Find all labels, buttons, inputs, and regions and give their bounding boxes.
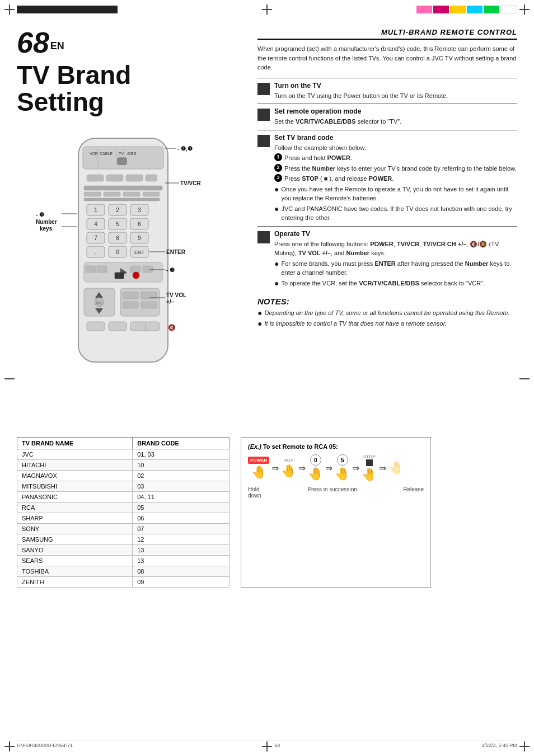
notes-section: NOTES: ● Depending on the type of TV, so…	[257, 297, 517, 328]
instruction-body-4: Press one of the following buttons: POWE…	[274, 240, 517, 288]
table-header-brand: TV BRAND NAME	[17, 437, 133, 449]
brand-table: TV BRAND NAME BRAND CODE JVC01, 03HITACH…	[17, 437, 229, 588]
crosshair-tl	[4, 4, 15, 15]
svg-rect-19	[84, 198, 160, 201]
svg-text:CABLE: CABLE	[100, 152, 113, 156]
stop-label: STOP	[363, 454, 376, 459]
power-button-label: POWER	[248, 457, 269, 464]
svg-rect-59	[123, 292, 138, 299]
svg-text:TV VOL: TV VOL	[166, 292, 186, 298]
page-header: 68EN	[17, 28, 241, 57]
step-num-2: 2	[274, 164, 282, 172]
example-title: (Ex.) To set Remote to RCA 05:	[248, 443, 424, 450]
table-row: TOSHIBA08	[17, 566, 229, 576]
page-en-label: EN	[50, 40, 64, 51]
svg-rect-17	[123, 192, 140, 196]
page-title: TV BrandSetting	[17, 62, 241, 116]
brand-code-cell: 09	[133, 576, 229, 587]
svg-text:/DBS: /DBS	[127, 152, 137, 156]
brand-name-cell: SAMSUNG	[17, 534, 133, 544]
footer: HM-DH40000U-EN64-71 68 1/22/3, 5:45 PM	[17, 740, 517, 748]
crosshair-br	[519, 741, 530, 752]
svg-text:6: 6	[138, 221, 141, 227]
brand-name-cell: JVC	[17, 449, 133, 459]
svg-rect-10	[87, 175, 104, 181]
svg-text:keys: keys	[40, 226, 53, 232]
svg-rect-46	[86, 266, 96, 273]
brand-code-cell: 13	[133, 555, 229, 566]
side-mark-right	[519, 378, 530, 379]
footer-center: 68	[274, 743, 280, 748]
svg-text:VCR: VCR	[90, 152, 98, 156]
section-title: MULTI-BRAND REMOTE CONTROL	[257, 28, 517, 40]
svg-rect-47	[97, 266, 107, 273]
svg-rect-66	[146, 322, 160, 331]
hold-down-label: Holddown	[248, 486, 261, 499]
svg-text:2: 2	[116, 207, 119, 213]
arrow-5: ⇒	[379, 463, 386, 473]
brand-code-cell: 03	[133, 481, 229, 491]
table-row: MAGNAVOX02	[17, 470, 229, 481]
instruction-turn-on-tv: Turn on the TV Turn on the TV using the …	[257, 78, 517, 104]
svg-rect-48	[130, 266, 140, 273]
top-bar-right	[416, 6, 517, 13]
arrow-1: ⇒	[271, 463, 279, 473]
table-row: SAMSUNG12	[17, 534, 229, 544]
remote-diagram: VCR CABLE TV /DBS	[34, 121, 224, 415]
stop-square	[366, 459, 373, 466]
instruction-title-2: Set remote operation mode	[274, 107, 517, 115]
instruction-operate-tv: Operate TV Press one of the following bu…	[257, 226, 517, 292]
notes-body: ● Depending on the type of TV, some or a…	[257, 308, 517, 328]
step-box-3	[257, 135, 270, 147]
instruction-title-3: Set TV brand code	[274, 134, 517, 142]
brand-code-cell: 02	[133, 470, 229, 481]
brand-name-cell: SANYO	[17, 544, 133, 555]
step-num-1: 1	[274, 153, 282, 161]
press-succession-label: Press in succession	[307, 486, 357, 499]
top-bar-left	[17, 6, 118, 13]
table-header-code: BRAND CODE	[133, 437, 229, 449]
brand-name-cell: PANASONIC	[17, 491, 133, 502]
brand-code-cell: 01, 03	[133, 449, 229, 459]
digit-0: 0	[310, 454, 321, 466]
step-box-1	[257, 83, 270, 95]
svg-text:0: 0	[116, 249, 119, 255]
svg-text:3: 3	[138, 207, 141, 213]
table-row: SHARP06	[17, 513, 229, 523]
brand-code-cell: 06	[133, 513, 229, 523]
step-num-3: 3	[274, 174, 282, 182]
svg-rect-62	[141, 302, 157, 308]
svg-text:+/–: +/–	[166, 299, 175, 305]
footer-right: 1/22/3, 5:45 PM	[481, 743, 517, 748]
bottom-section: TV BRAND NAME BRAND CODE JVC01, 03HITACH…	[17, 426, 517, 588]
brand-name-cell: SONY	[17, 523, 133, 534]
brand-code-cell: 10	[133, 459, 229, 470]
brand-name-cell: MITSUBISHI	[17, 481, 133, 491]
page-number: 68	[17, 26, 49, 59]
svg-text:TV/VCR: TV/VCR	[180, 180, 201, 186]
svg-rect-63	[87, 322, 105, 331]
table-row: JVC01, 03	[17, 449, 229, 459]
arrow-3: ⇒	[325, 463, 332, 473]
instruction-body-2: Set the VCR/TV/CABLE/DBS selector to "TV…	[274, 117, 517, 126]
arrow-2: ⇒	[298, 463, 306, 473]
svg-rect-49	[143, 266, 153, 273]
arrow-4: ⇒	[352, 463, 359, 473]
instruction-set-remote: Set remote operation mode Set the VCR/TV…	[257, 104, 517, 130]
brand-code-cell: 08	[133, 566, 229, 576]
svg-text:ENT: ENT	[134, 250, 145, 255]
svg-rect-14	[84, 186, 162, 190]
svg-text:9: 9	[138, 235, 141, 241]
brand-name-cell: HITACHI	[17, 459, 133, 470]
svg-rect-11	[106, 175, 123, 181]
svg-text:- ❸: - ❸	[166, 267, 175, 273]
table-row: MITSUBISHI03	[17, 481, 229, 491]
brand-table-container: TV BRAND NAME BRAND CODE JVC01, 03HITACH…	[17, 426, 229, 588]
svg-text:5: 5	[116, 221, 119, 227]
step-box-4	[257, 231, 270, 243]
svg-rect-13	[146, 175, 157, 181]
brand-name-cell: RCA	[17, 502, 133, 513]
svg-rect-61	[123, 302, 138, 308]
crosshair-tr	[519, 4, 530, 15]
left-column: 68EN TV BrandSetting VCR CABLE	[17, 28, 252, 420]
